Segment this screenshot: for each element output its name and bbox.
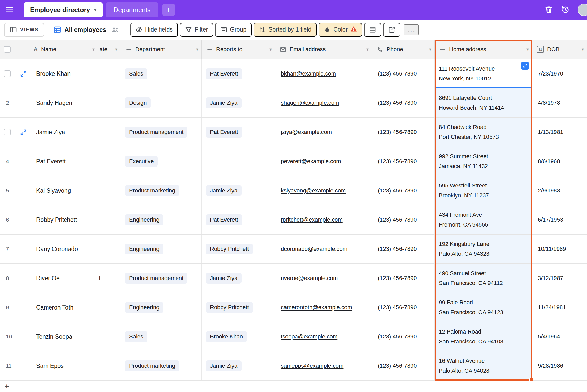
more-options-button[interactable]: … bbox=[404, 24, 419, 35]
views-toggle-button[interactable]: VIEWS bbox=[4, 23, 44, 37]
expand-record-icon[interactable] bbox=[20, 70, 27, 77]
email-link[interactable]: samepps@example.com bbox=[281, 363, 343, 369]
reports-to-pill[interactable]: Jamie Ziya bbox=[206, 360, 242, 371]
clipped-column-cell[interactable] bbox=[98, 235, 121, 263]
home-address-cell[interactable]: 84 Chadwick Road Port Chester, NY 10573 bbox=[435, 118, 532, 147]
column-header-name[interactable]: A Name bbox=[0, 40, 98, 59]
dob-cell[interactable]: 2/9/1983 bbox=[532, 176, 587, 205]
reports-to-pill[interactable]: Robby Pritchett bbox=[206, 244, 253, 254]
column-header-dob[interactable]: 31 DOB bbox=[532, 40, 587, 59]
clipped-column-cell[interactable] bbox=[98, 147, 121, 176]
home-address-cell[interactable]: 12 Paloma Road San Francisco, CA 94103 bbox=[435, 322, 532, 351]
department-cell[interactable]: Sales bbox=[121, 322, 202, 351]
email-cell[interactable]: rpritchett@example.com bbox=[275, 205, 372, 234]
tab-departments[interactable]: Departments bbox=[106, 2, 158, 17]
name-cell[interactable]: 11 Sam Epps bbox=[0, 351, 98, 380]
department-pill[interactable]: Sales bbox=[125, 331, 147, 342]
home-address-cell[interactable]: 8691 Lafayette Court Howard Beach, NY 11… bbox=[435, 88, 532, 117]
color-button[interactable]: Color bbox=[319, 23, 362, 37]
name-cell[interactable]: 2 Sandy Hagen bbox=[0, 88, 98, 117]
department-pill[interactable]: Sales bbox=[125, 68, 147, 79]
department-pill[interactable]: Engineering bbox=[125, 214, 163, 225]
add-table-button[interactable]: + bbox=[162, 4, 175, 16]
user-avatar[interactable] bbox=[578, 4, 587, 16]
reports-to-cell[interactable]: Pat Everett bbox=[202, 205, 275, 234]
column-header-clipped[interactable]: ate bbox=[98, 40, 121, 59]
name-cell[interactable]: 10 Tenzin Soepa bbox=[0, 322, 98, 351]
chevron-down-icon[interactable] bbox=[582, 47, 584, 52]
email-cell[interactable]: samepps@example.com bbox=[275, 351, 372, 380]
name-cell[interactable]: 5 Kai Siyavong bbox=[0, 176, 98, 205]
department-cell[interactable]: Design bbox=[121, 88, 202, 117]
clipped-column-cell[interactable] bbox=[98, 351, 121, 380]
dob-cell[interactable]: 3/12/1987 bbox=[532, 264, 587, 293]
home-address-cell[interactable]: 192 Kingsbury Lane Palo Alto, CA 94323 bbox=[435, 235, 532, 263]
chevron-down-icon[interactable] bbox=[92, 47, 95, 52]
email-link[interactable]: camerontoth@example.com bbox=[281, 304, 352, 311]
reports-to-cell[interactable]: Brooke Khan bbox=[202, 322, 275, 351]
column-header-email[interactable]: Email address bbox=[275, 40, 372, 59]
email-link[interactable]: tsoepa@example.com bbox=[281, 333, 337, 340]
phone-cell[interactable]: (123) 456-7890 bbox=[372, 293, 435, 322]
chevron-down-icon[interactable] bbox=[115, 47, 117, 52]
row-checkbox[interactable] bbox=[4, 129, 11, 135]
email-cell[interactable]: dcoronado@example.com bbox=[275, 235, 372, 263]
home-address-cell[interactable]: 99 Fale Road San Francisco, CA 94123 bbox=[435, 293, 532, 322]
chevron-down-icon[interactable] bbox=[429, 47, 431, 52]
name-cell[interactable]: Jamie Ziya bbox=[0, 118, 98, 147]
department-cell[interactable]: Product marketing bbox=[121, 351, 202, 380]
email-cell[interactable]: jziya@example.com bbox=[275, 118, 372, 147]
email-link[interactable]: shagen@example.com bbox=[281, 100, 339, 106]
home-address-cell[interactable]: 490 Samuel Street San Francisco, CA 9411… bbox=[435, 264, 532, 293]
reports-to-pill[interactable]: Pat Everett bbox=[206, 127, 242, 138]
email-link[interactable]: dcoronado@example.com bbox=[281, 246, 347, 252]
home-address-cell[interactable]: 16 Walnut Avenue Palo Alto, CA 94028 bbox=[435, 351, 532, 380]
chevron-down-icon[interactable] bbox=[366, 47, 369, 52]
email-link[interactable]: rpritchett@example.com bbox=[281, 216, 343, 223]
reports-to-cell[interactable]: Jamie Ziya bbox=[202, 88, 275, 117]
clipped-column-cell[interactable] bbox=[98, 59, 121, 88]
dob-cell[interactable]: 9/28/1986 bbox=[532, 351, 587, 380]
chevron-down-icon[interactable] bbox=[526, 47, 529, 52]
clipped-column-cell[interactable] bbox=[98, 118, 121, 147]
reports-to-cell[interactable]: Robby Pritchett bbox=[202, 235, 275, 263]
email-link[interactable]: jziya@example.com bbox=[281, 129, 332, 135]
email-link[interactable]: riveroe@example.com bbox=[281, 275, 338, 282]
column-header-reports-to[interactable]: Reports to bbox=[202, 40, 275, 59]
sort-button[interactable]: Sorted by 1 field bbox=[254, 23, 317, 37]
clipped-column-cell[interactable]: I bbox=[98, 264, 121, 293]
phone-cell[interactable]: (123) 456-7890 bbox=[372, 88, 435, 117]
reports-to-cell[interactable]: Pat Everett bbox=[202, 59, 275, 88]
phone-cell[interactable]: (123) 456-7890 bbox=[372, 147, 435, 176]
reports-to-cell[interactable]: Jamie Ziya bbox=[202, 176, 275, 205]
department-pill[interactable]: Product marketing bbox=[125, 185, 179, 196]
clipped-column-cell[interactable] bbox=[98, 88, 121, 117]
reports-to-cell[interactable] bbox=[202, 147, 275, 176]
expand-record-icon[interactable] bbox=[20, 129, 27, 136]
clipped-column-cell[interactable] bbox=[98, 176, 121, 205]
name-cell[interactable]: 7 Dany Coronado bbox=[0, 235, 98, 263]
reports-to-cell[interactable]: Jamie Ziya bbox=[202, 351, 275, 380]
dob-cell[interactable]: 4/8/1978 bbox=[532, 88, 587, 117]
column-header-phone[interactable]: Phone bbox=[372, 40, 435, 59]
home-address-cell[interactable]: 992 Summer Street Jamaica, NY 11432 bbox=[435, 147, 532, 176]
name-cell[interactable]: 6 Robby Pritchett bbox=[0, 205, 98, 234]
email-link[interactable]: ksiyavong@example.com bbox=[281, 187, 346, 194]
column-header-department[interactable]: Department bbox=[121, 40, 202, 59]
department-pill[interactable]: Product management bbox=[125, 273, 187, 284]
phone-cell[interactable]: (123) 456-7890 bbox=[372, 264, 435, 293]
tab-employee-directory[interactable]: Employee directory bbox=[24, 2, 103, 17]
email-cell[interactable]: tsoepa@example.com bbox=[275, 322, 372, 351]
phone-cell[interactable]: (123) 456-7890 bbox=[372, 205, 435, 234]
clipped-column-cell[interactable] bbox=[98, 205, 121, 234]
email-cell[interactable]: peverett@example.com bbox=[275, 147, 372, 176]
name-cell[interactable]: 8 River Oe bbox=[0, 264, 98, 293]
reports-to-pill[interactable]: Pat Everett bbox=[206, 68, 242, 79]
email-cell[interactable]: ksiyavong@example.com bbox=[275, 176, 372, 205]
department-cell[interactable]: Engineering bbox=[121, 205, 202, 234]
name-cell[interactable]: 4 Pat Everett bbox=[0, 147, 98, 176]
dob-cell[interactable]: 11/24/1981 bbox=[532, 293, 587, 322]
phone-cell[interactable]: (123) 456-7890 bbox=[372, 351, 435, 380]
add-row-button[interactable]: + bbox=[0, 381, 98, 392]
email-cell[interactable]: riveroe@example.com bbox=[275, 264, 372, 293]
